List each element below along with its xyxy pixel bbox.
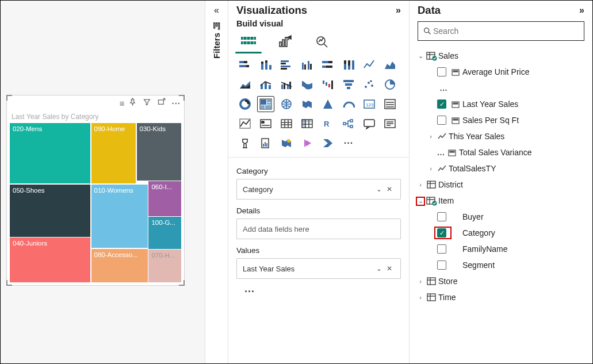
chevron-down-icon[interactable]: ⌄ — [415, 52, 426, 60]
report-canvas[interactable]: ≡ ··· Last Year Sales by Category 020-Me… — [1, 1, 205, 363]
card-icon[interactable]: 123 — [361, 96, 378, 112]
checkbox-checked[interactable]: ✓ — [437, 99, 446, 109]
slicer-icon[interactable] — [257, 116, 274, 132]
cell-groc[interactable]: 100-G... — [148, 217, 181, 248]
chevron-right-icon[interactable]: › — [426, 133, 436, 140]
checkbox[interactable] — [437, 67, 446, 76]
clustered-column-icon[interactable] — [299, 57, 316, 73]
values-well[interactable]: Last Year Sales ⌄ ✕ — [236, 258, 401, 279]
checkbox-checked[interactable]: ✓ — [437, 228, 446, 237]
powerautomate-icon[interactable] — [319, 135, 336, 151]
filter-icon[interactable] — [143, 98, 151, 108]
collapse-visualizations-icon[interactable]: » — [396, 5, 401, 16]
gauge-icon[interactable] — [340, 96, 357, 112]
stacked-column-icon[interactable] — [257, 57, 274, 73]
checkbox[interactable] — [437, 260, 446, 270]
stacked-area-icon[interactable] — [236, 76, 254, 93]
paginated-report-icon[interactable] — [257, 135, 274, 151]
more-visuals-icon[interactable]: ··· — [340, 135, 357, 151]
table-store[interactable]: ›Store — [413, 273, 589, 289]
smart-narrative-icon[interactable] — [381, 116, 399, 132]
donut-icon[interactable] — [236, 96, 254, 112]
multirow-card-icon[interactable] — [381, 96, 399, 112]
field-familyname[interactable]: FamilyName — [413, 241, 589, 257]
scatter-icon[interactable] — [361, 76, 378, 93]
details-well[interactable]: Add data fields here — [236, 219, 401, 239]
hundred-bar-icon[interactable] — [319, 57, 336, 73]
analytics-tab[interactable] — [312, 33, 332, 50]
table-district[interactable]: ›District — [413, 177, 589, 193]
cell-shoes[interactable]: 050-Shoes — [10, 185, 90, 237]
build-visual-tab[interactable] — [239, 33, 258, 50]
remove-field-icon[interactable]: ✕ — [384, 265, 395, 273]
funnel-icon[interactable] — [340, 76, 357, 93]
stacked-bar-icon[interactable] — [236, 57, 254, 73]
search-box[interactable] — [418, 21, 584, 41]
cell-mens[interactable]: 020-Mens — [10, 123, 90, 183]
ribbon-chart-icon[interactable] — [299, 76, 316, 93]
hundred-column-icon[interactable] — [340, 57, 357, 73]
more-wells-icon[interactable]: ··· — [236, 286, 401, 302]
pie-icon[interactable] — [381, 76, 399, 93]
chevron-right-icon[interactable]: › — [415, 181, 426, 188]
matrix-icon[interactable] — [299, 116, 316, 132]
table-item[interactable]: ⌄ Item — [413, 193, 589, 209]
category-well[interactable]: Category ⌄ ✕ — [236, 179, 401, 200]
more-options-icon[interactable]: ··· — [171, 98, 181, 108]
field-total-sales-ty[interactable]: ›TotalSalesTY — [413, 160, 589, 177]
expand-filters-icon[interactable]: « — [214, 5, 219, 16]
cell-access[interactable]: 080-Accesso... — [91, 249, 148, 282]
table-icon[interactable] — [278, 116, 295, 132]
r-visual-icon[interactable]: R — [319, 116, 336, 132]
field-segment[interactable]: Segment — [413, 257, 589, 273]
cell-home[interactable]: 090-Home — [91, 123, 136, 183]
remove-field-icon[interactable]: ✕ — [384, 185, 395, 193]
field-category[interactable]: ✓Category — [413, 225, 589, 241]
field-buyer[interactable]: Buyer — [413, 209, 589, 225]
filters-pane-collapsed[interactable]: « Filters — [205, 1, 228, 363]
chevron-right-icon[interactable]: › — [415, 278, 426, 285]
field-this-year-sales[interactable]: ›This Year Sales — [413, 128, 589, 144]
chevron-right-icon[interactable]: › — [426, 165, 436, 172]
treemap-visual[interactable]: ≡ ··· Last Year Sales by Category 020-Me… — [6, 95, 185, 286]
arcgis-icon[interactable] — [278, 135, 295, 151]
powerapps-icon[interactable] — [299, 135, 316, 151]
line-chart-icon[interactable] — [361, 57, 378, 73]
pin-icon[interactable] — [128, 98, 137, 108]
collapse-data-icon[interactable]: » — [579, 5, 584, 16]
cell-kids[interactable]: 030-Kids — [137, 123, 181, 181]
waterfall-icon[interactable] — [319, 76, 336, 93]
area-chart-icon[interactable] — [381, 57, 399, 73]
cell-intimate[interactable]: 060-I... — [148, 181, 181, 216]
chevron-down-icon[interactable]: ⌄ — [374, 185, 384, 193]
drag-handle-icon[interactable]: ≡ — [120, 98, 123, 108]
clustered-bar-icon[interactable] — [278, 57, 295, 73]
field-last-year-sales[interactable]: ✓Last Year Sales — [413, 96, 589, 112]
table-sales[interactable]: ⌄ Sales — [413, 48, 589, 64]
search-input[interactable] — [432, 26, 579, 36]
field-avg-unit-price[interactable]: Average Unit Price — [413, 64, 589, 80]
line-clustered-column-icon[interactable] — [278, 76, 295, 93]
field-sales-per-sqft[interactable]: Sales Per Sq Ft — [413, 112, 589, 128]
map-icon[interactable] — [278, 96, 295, 112]
table-time[interactable]: ›Time — [413, 289, 589, 305]
cell-juniors[interactable]: 040-Juniors — [10, 237, 90, 282]
format-visual-tab[interactable] — [276, 33, 295, 50]
line-stacked-column-icon[interactable] — [257, 76, 274, 93]
checkbox[interactable] — [437, 244, 446, 254]
cell-hos[interactable]: 070-H... — [148, 250, 181, 282]
filled-map-icon[interactable] — [299, 96, 316, 112]
qa-visual-icon[interactable] — [361, 116, 378, 132]
checkbox[interactable] — [437, 116, 446, 125]
goals-icon[interactable] — [236, 135, 254, 151]
field-more[interactable]: … — [413, 80, 589, 96]
checkbox[interactable] — [437, 212, 446, 221]
field-total-sales-variance[interactable]: …Total Sales Variance — [413, 144, 589, 160]
kpi-icon[interactable] — [236, 116, 254, 132]
decomposition-tree-icon[interactable] — [340, 116, 357, 132]
focus-mode-icon[interactable] — [157, 98, 166, 108]
azure-map-icon[interactable] — [319, 96, 336, 112]
cell-womens[interactable]: 010-Womens — [91, 185, 148, 248]
treemap-icon[interactable] — [257, 96, 274, 112]
chevron-right-icon[interactable]: › — [415, 294, 426, 301]
